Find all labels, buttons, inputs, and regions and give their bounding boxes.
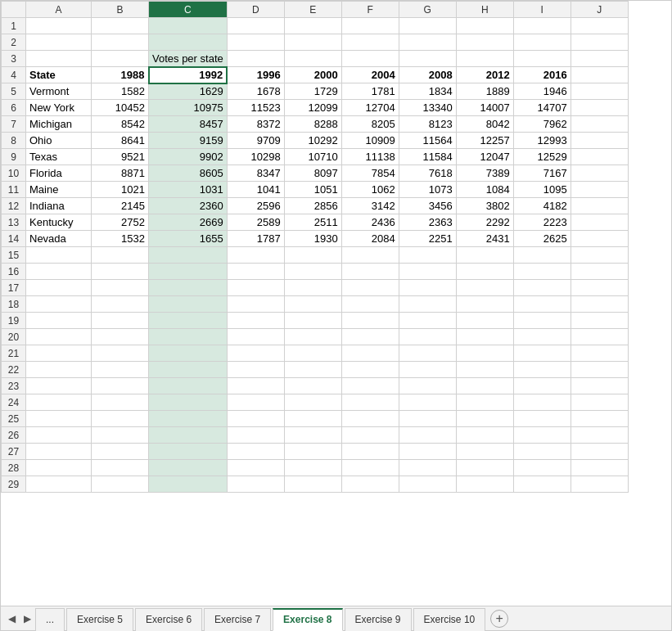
cell-A6[interactable]: New York: [26, 100, 92, 116]
cell-E3[interactable]: [284, 51, 341, 67]
cell-D9[interactable]: 10298: [227, 149, 284, 165]
cell-E7[interactable]: 8288: [284, 116, 341, 133]
cell-A2[interactable]: [26, 34, 92, 51]
cell-D1[interactable]: [227, 18, 284, 34]
tab-next-btn[interactable]: ▶: [20, 606, 35, 630]
col-header-H[interactable]: H: [456, 2, 513, 18]
cell-H9[interactable]: 12047: [456, 149, 513, 165]
scroll-area[interactable]: A B C D E F G H I J 123Votes per state4S…: [1, 1, 671, 606]
cell-B26[interactable]: [92, 427, 149, 444]
row-num-17[interactable]: 17: [2, 280, 26, 296]
cell-C13[interactable]: 2669: [149, 214, 228, 231]
cell-F15[interactable]: [341, 247, 399, 264]
cell-C25[interactable]: [149, 411, 228, 427]
cell-E15[interactable]: [284, 247, 341, 264]
cell-D16[interactable]: [227, 264, 284, 280]
cell-C19[interactable]: [149, 313, 228, 329]
cell-A14[interactable]: Nevada: [26, 231, 92, 247]
cell-B14[interactable]: 1532: [92, 231, 149, 247]
cell-I2[interactable]: [513, 34, 571, 51]
cell-E13[interactable]: 2511: [284, 214, 341, 231]
cell-F29[interactable]: [341, 476, 399, 493]
cell-J28[interactable]: [571, 460, 628, 476]
cell-I20[interactable]: [513, 329, 571, 345]
cell-B9[interactable]: 9521: [92, 149, 149, 165]
cell-B16[interactable]: [92, 264, 149, 280]
cell-A15[interactable]: [26, 247, 92, 264]
row-num-27[interactable]: 27: [2, 444, 26, 460]
cell-G16[interactable]: [399, 264, 456, 280]
cell-C23[interactable]: [149, 378, 228, 394]
cell-I22[interactable]: [513, 362, 571, 378]
cell-F3[interactable]: [341, 51, 399, 67]
cell-G2[interactable]: [399, 34, 456, 51]
cell-A17[interactable]: [26, 280, 92, 296]
cell-B12[interactable]: 2145: [92, 198, 149, 214]
cell-I1[interactable]: [513, 18, 571, 34]
cell-F4[interactable]: 2004: [341, 67, 399, 83]
cell-J10[interactable]: [571, 165, 628, 182]
cell-E28[interactable]: [284, 460, 341, 476]
col-header-I[interactable]: I: [513, 2, 571, 18]
cell-J17[interactable]: [571, 280, 628, 296]
cell-J18[interactable]: [571, 296, 628, 313]
cell-A11[interactable]: Maine: [26, 182, 92, 198]
cell-D10[interactable]: 8347: [227, 165, 284, 182]
cell-E16[interactable]: [284, 264, 341, 280]
cell-I25[interactable]: [513, 411, 571, 427]
cell-J8[interactable]: [571, 133, 628, 149]
cell-F20[interactable]: [341, 329, 399, 345]
cell-E29[interactable]: [284, 476, 341, 493]
cell-I4[interactable]: 2016: [513, 67, 571, 83]
cell-H26[interactable]: [456, 427, 513, 444]
cell-A8[interactable]: Ohio: [26, 133, 92, 149]
cell-D2[interactable]: [227, 34, 284, 51]
cell-E4[interactable]: 2000: [284, 67, 341, 83]
cell-G4[interactable]: 2008: [399, 67, 456, 83]
row-num-2[interactable]: 2: [2, 34, 26, 51]
cell-G22[interactable]: [399, 362, 456, 378]
tab-exercise5[interactable]: Exercise 5: [66, 608, 133, 631]
cell-B20[interactable]: [92, 329, 149, 345]
cell-B5[interactable]: 1582: [92, 83, 149, 100]
tab-dots[interactable]: ...: [35, 608, 65, 631]
cell-B4[interactable]: 1988: [92, 67, 149, 83]
cell-C29[interactable]: [149, 476, 228, 493]
cell-B28[interactable]: [92, 460, 149, 476]
cell-F9[interactable]: 11138: [341, 149, 399, 165]
cell-I24[interactable]: [513, 394, 571, 411]
cell-D6[interactable]: 11523: [227, 100, 284, 116]
cell-F14[interactable]: 2084: [341, 231, 399, 247]
cell-F23[interactable]: [341, 378, 399, 394]
cell-D24[interactable]: [227, 394, 284, 411]
cell-A19[interactable]: [26, 313, 92, 329]
cell-G24[interactable]: [399, 394, 456, 411]
cell-C7[interactable]: 8457: [149, 116, 228, 133]
cell-C16[interactable]: [149, 264, 228, 280]
cell-E25[interactable]: [284, 411, 341, 427]
cell-C11[interactable]: 1031: [149, 182, 228, 198]
cell-I15[interactable]: [513, 247, 571, 264]
cell-D3[interactable]: [227, 51, 284, 67]
cell-I16[interactable]: [513, 264, 571, 280]
cell-A7[interactable]: Michigan: [26, 116, 92, 133]
cell-I6[interactable]: 14707: [513, 100, 571, 116]
cell-D8[interactable]: 9709: [227, 133, 284, 149]
cell-G7[interactable]: 8123: [399, 116, 456, 133]
cell-A3[interactable]: [26, 51, 92, 67]
cell-J2[interactable]: [571, 34, 628, 51]
cell-B25[interactable]: [92, 411, 149, 427]
cell-C4[interactable]: 1992: [149, 67, 228, 83]
cell-H4[interactable]: 2012: [456, 67, 513, 83]
cell-H27[interactable]: [456, 444, 513, 460]
col-header-G[interactable]: G: [399, 2, 456, 18]
row-num-15[interactable]: 15: [2, 247, 26, 264]
cell-J9[interactable]: [571, 149, 628, 165]
cell-D25[interactable]: [227, 411, 284, 427]
cell-D5[interactable]: 1678: [227, 83, 284, 100]
cell-B23[interactable]: [92, 378, 149, 394]
cell-G3[interactable]: [399, 51, 456, 67]
row-num-29[interactable]: 29: [2, 476, 26, 493]
cell-G29[interactable]: [399, 476, 456, 493]
cell-J5[interactable]: [571, 83, 628, 100]
